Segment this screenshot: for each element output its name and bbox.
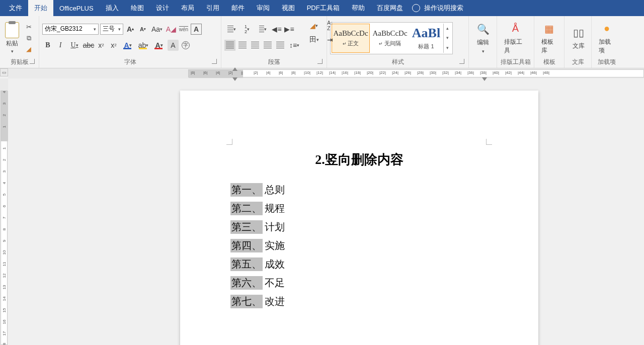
- selected-text[interactable]: 第四、: [230, 239, 263, 252]
- first-line-indent-marker[interactable]: [232, 67, 237, 71]
- numbering-button[interactable]: 12▾: [240, 24, 254, 35]
- list-item[interactable]: 第七、改进: [230, 292, 538, 311]
- list-item[interactable]: 第三、计划: [230, 218, 538, 236]
- highlight-button[interactable]: ab▾: [136, 40, 150, 51]
- list-item[interactable]: 第五、成效: [230, 255, 538, 274]
- horizontal-ruler[interactable]: |8||6||4||2||||2||4||6||8||10||12||14||1…: [8, 68, 644, 78]
- menu-draw[interactable]: 绘图: [125, 0, 150, 16]
- char-border-button[interactable]: A: [191, 24, 202, 35]
- hanging-indent-marker[interactable]: [232, 77, 237, 81]
- align-left-button[interactable]: [224, 40, 235, 51]
- decrease-indent-button[interactable]: ◀≡: [271, 24, 282, 35]
- shading-button[interactable]: ◢▾: [307, 20, 321, 31]
- menu-pdftool[interactable]: PDF工具箱: [301, 0, 346, 16]
- menu-home[interactable]: 开始: [28, 0, 53, 16]
- document-title[interactable]: 2.竖向删除内容: [180, 151, 538, 168]
- bullets-button[interactable]: ▾: [224, 24, 238, 35]
- list-text[interactable]: 不足: [263, 276, 285, 290]
- selected-text[interactable]: 第七、: [230, 295, 263, 308]
- selected-text[interactable]: 第一、: [230, 183, 263, 197]
- bold-button[interactable]: B: [42, 40, 53, 51]
- menu-mailings[interactable]: 邮件: [225, 0, 251, 16]
- tell-me-search[interactable]: 操作说明搜索: [412, 4, 463, 13]
- char-shading-button[interactable]: A: [168, 40, 179, 51]
- selected-text[interactable]: 第六、: [230, 276, 263, 290]
- menu-baidu[interactable]: 百度网盘: [371, 0, 409, 16]
- justify-button[interactable]: [262, 40, 273, 51]
- list-item[interactable]: 第二、规程: [230, 199, 538, 218]
- sort-button[interactable]: A↓Z: [323, 20, 337, 31]
- list-text[interactable]: 规程: [263, 202, 285, 215]
- menu-layout[interactable]: 布局: [175, 0, 200, 16]
- typeset-button[interactable]: Å排版工具: [500, 20, 531, 57]
- right-indent-marker[interactable]: [482, 77, 487, 81]
- paragraph-launcher[interactable]: [317, 59, 323, 64]
- font-launcher[interactable]: [212, 59, 217, 64]
- style-nospacing[interactable]: AaBbCcDc ↵ 无间隔: [371, 24, 409, 53]
- line-spacing-button[interactable]: ↕≡▾: [287, 40, 301, 51]
- list-text[interactable]: 成效: [263, 257, 285, 271]
- align-center-button[interactable]: [237, 40, 248, 51]
- ruler-corner[interactable]: ▭: [0, 68, 8, 76]
- underline-button[interactable]: U▾: [67, 40, 82, 51]
- vertical-scrollbar[interactable]: [636, 78, 644, 345]
- list-text[interactable]: 计划: [263, 220, 285, 234]
- ruler-tick: |24|: [392, 70, 398, 75]
- styles-scroll[interactable]: ▴ ▾ ▾: [443, 24, 451, 53]
- enclose-char-button[interactable]: 字: [180, 40, 191, 51]
- align-right-button[interactable]: [250, 40, 261, 51]
- font-name-select[interactable]: 仿宋_GB2312▾: [42, 24, 99, 35]
- font-size-select[interactable]: 三号▾: [100, 24, 123, 35]
- clipboard-launcher[interactable]: [30, 59, 35, 64]
- menu-insert[interactable]: 插入: [100, 0, 125, 16]
- list-item[interactable]: 第四、实施: [230, 236, 538, 255]
- font-color-button[interactable]: A▾: [152, 40, 166, 51]
- selected-text[interactable]: 第二、: [230, 202, 263, 215]
- vertical-ruler[interactable]: 432112345678910111213141516171819202122: [0, 78, 8, 345]
- distributed-button[interactable]: [275, 40, 286, 51]
- list-text[interactable]: 改进: [263, 295, 285, 308]
- template-button[interactable]: ▦模板库: [537, 20, 561, 57]
- format-painter-button[interactable]: ◢: [24, 45, 33, 54]
- addin-button[interactable]: ●加载项: [595, 20, 619, 57]
- grow-font-button[interactable]: A▴: [125, 24, 136, 35]
- edit-button[interactable]: 🔍编辑▾: [472, 20, 494, 56]
- style-normal[interactable]: AaBbCcDc ↵ 正文: [332, 24, 370, 53]
- copy-icon: ⧉: [27, 34, 31, 42]
- clear-format-button[interactable]: A◢: [166, 24, 177, 35]
- document-area[interactable]: 2.竖向删除内容 第一、总则第二、规程第三、计划第四、实施第五、成效第六、不足第…: [8, 78, 644, 345]
- multilevel-button[interactable]: ▾: [256, 24, 270, 35]
- increase-indent-button[interactable]: ▶≡: [284, 24, 295, 35]
- menu-help[interactable]: 帮助: [346, 0, 371, 16]
- show-marks-button[interactable]: ⇥: [325, 34, 336, 45]
- list-item[interactable]: 第一、总则: [230, 181, 538, 199]
- document-list[interactable]: 第一、总则第二、规程第三、计划第四、实施第五、成效第六、不足第七、改进: [230, 181, 538, 311]
- phonetic-guide-button[interactable]: wén: [178, 24, 189, 35]
- list-text[interactable]: 总则: [263, 183, 285, 197]
- menu-officeplus[interactable]: OfficePLUS: [53, 0, 100, 16]
- menu-review[interactable]: 审阅: [251, 0, 276, 16]
- menu-design[interactable]: 设计: [150, 0, 175, 16]
- list-text[interactable]: 实施: [263, 239, 285, 252]
- styles-gallery[interactable]: AaBbCcDc ↵ 正文 AaBbCcDc ↵ 无间隔 AaBl 标题 1 ▴…: [330, 22, 453, 54]
- superscript-button[interactable]: x2: [108, 40, 119, 51]
- selected-text[interactable]: 第五、: [230, 257, 263, 271]
- style-heading1[interactable]: AaBl 标题 1: [410, 24, 442, 53]
- styles-launcher[interactable]: [459, 59, 464, 64]
- strikethrough-button[interactable]: abc: [83, 40, 94, 51]
- borders-button[interactable]: 田▾: [307, 34, 321, 45]
- italic-button[interactable]: I: [55, 40, 66, 51]
- text-effects-button[interactable]: A▾: [121, 40, 135, 51]
- menu-references[interactable]: 引用: [200, 0, 225, 16]
- copy-button[interactable]: ⧉: [24, 34, 33, 43]
- menu-view[interactable]: 视图: [276, 0, 301, 16]
- list-item[interactable]: 第六、不足: [230, 274, 538, 292]
- selected-text[interactable]: 第三、: [230, 220, 263, 234]
- change-case-button[interactable]: Aa▾: [150, 24, 164, 35]
- shrink-font-button[interactable]: A▾: [137, 24, 148, 35]
- library-button[interactable]: ▯▯文库: [568, 24, 590, 52]
- subscript-button[interactable]: x2: [96, 40, 107, 51]
- menu-file[interactable]: 文件: [3, 0, 28, 16]
- cut-button[interactable]: ✂: [24, 23, 33, 32]
- paste-button[interactable]: 粘贴 ▾: [3, 21, 21, 55]
